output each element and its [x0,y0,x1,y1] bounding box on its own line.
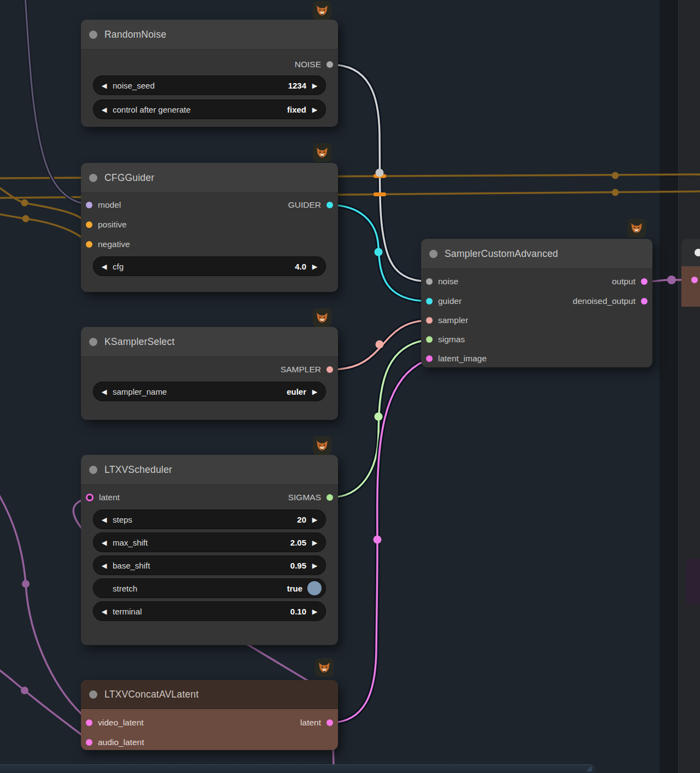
decrement-arrow-icon[interactable]: ◀ [101,561,108,570]
link-dot-sampler[interactable] [376,341,384,349]
output-sampler[interactable]: SAMPLER [276,360,338,379]
node-header[interactable]: CFGGuider [81,163,338,193]
decrement-arrow-icon[interactable]: ◀ [101,81,108,90]
port-dot-noise-in[interactable] [426,278,433,285]
widget-terminal[interactable]: ◀ terminal 0.10 ▶ [93,601,326,621]
input-video-latent[interactable]: video_latent [81,713,149,733]
input-latent[interactable]: latent [81,488,125,507]
node-ltxvscheduler[interactable]: LTXVScheduler latent SIGMAS ◀ steps 20 ▶… [81,455,338,645]
node-title: CFGGuider [104,172,154,184]
port-dot-guider-in[interactable] [426,298,433,304]
output-guider[interactable]: GUIDER [283,195,338,215]
node-ltxvconcatavlatent[interactable]: LTXVConcatAVLatent video_latent audio_la… [81,680,338,750]
port-dot-output[interactable] [641,278,648,285]
port-dot-latent[interactable] [86,494,94,501]
increment-arrow-icon[interactable]: ▶ [311,81,318,90]
link-dot-positive[interactable] [21,200,28,207]
decrement-arrow-icon[interactable]: ◀ [101,607,108,616]
increment-arrow-icon[interactable]: ▶ [311,262,318,271]
widget-max-shift[interactable]: ◀ max_shift 2.05 ▶ [93,532,326,552]
node-title: KSamplerSelect [104,336,174,348]
node-title-dot [89,174,97,182]
increment-arrow-icon[interactable]: ▶ [311,538,318,547]
partial-node-bottom[interactable] [0,764,595,773]
node-graph-canvas[interactable]: RandomNoise NOISE ◀ noise_seed 1234 ▶ ◀ … [0,0,700,773]
decrement-arrow-icon[interactable]: ◀ [101,538,108,547]
output-denoised-output[interactable]: denoised_output [568,291,652,311]
output-sigmas[interactable]: SIGMAS [283,488,338,507]
widget-stretch-toggle[interactable]: stretch true [93,578,326,598]
port-dot-sigmas-in[interactable] [426,336,433,343]
partial-node-bottom-corner [586,766,592,771]
port-dot-denoised-output[interactable] [641,298,648,304]
link-dot-latent-image[interactable] [374,536,382,544]
port-dot-video-latent[interactable] [86,719,92,726]
port-dot-negative[interactable] [86,241,92,248]
decrement-arrow-icon[interactable]: ◀ [101,516,108,524]
widget-cfg[interactable]: ◀ cfg 4.0 ▶ [93,256,326,276]
increment-arrow-icon[interactable]: ▶ [311,607,318,616]
node-header[interactable]: SamplerCustomAdvanced [421,239,652,269]
toggle-knob[interactable] [307,581,322,595]
widget-noise-seed[interactable]: ◀ noise_seed 1234 ▶ [93,75,326,95]
node-header[interactable]: LTXVConcatAVLatent [81,680,338,709]
port-dot-noise[interactable] [326,61,333,68]
input-noise[interactable]: noise [421,272,463,291]
output-output[interactable]: output [607,272,652,291]
increment-arrow-icon[interactable]: ▶ [311,106,318,114]
link-dot-video-latent[interactable] [22,580,30,588]
widget-sampler-name[interactable]: ◀ sampler_name euler ▶ [93,382,326,401]
partial-node-right-port-dot[interactable] [691,277,698,283]
link-dot-sigmas[interactable] [375,413,383,421]
partial-node-right-body[interactable] [681,266,700,307]
node-cfgguider[interactable]: CFGGuider model positive negative GUIDER… [81,163,338,292]
port-dot-latent-image[interactable] [426,355,433,362]
node-samplercustomadvanced[interactable]: SamplerCustomAdvanced noise guider sampl… [421,239,652,367]
input-sampler[interactable]: sampler [421,311,473,330]
increment-arrow-icon[interactable]: ▶ [311,388,318,396]
link-dot-audio-latent[interactable] [21,687,28,694]
widget-base-shift[interactable]: ◀ base_shift 0.95 ▶ [93,555,326,575]
decrement-arrow-icon[interactable]: ◀ [101,106,108,114]
widget-steps[interactable]: ◀ steps 20 ▶ [93,510,326,529]
link-dot-output[interactable] [667,276,676,284]
link-dot-negative[interactable] [22,215,30,222]
input-model[interactable]: model [81,195,126,215]
input-sigmas[interactable]: sigmas [421,330,470,349]
node-header[interactable]: KSamplerSelect [81,327,338,357]
partial-node-right-title-dot [695,249,700,256]
increment-arrow-icon[interactable]: ▶ [311,561,318,570]
wire-positive [0,186,90,225]
port-dot-model[interactable] [86,202,92,208]
decrement-arrow-icon[interactable]: ◀ [101,262,108,271]
port-dot-guider[interactable] [326,202,333,208]
link-dot-guider[interactable] [375,248,383,256]
port-dot-positive[interactable] [86,221,92,228]
input-latent-image[interactable]: latent_image [421,349,492,368]
input-positive[interactable]: positive [81,215,132,235]
node-ksamplerselect[interactable]: KSamplerSelect SAMPLER ◀ sampler_name eu… [81,327,338,420]
link-dot-cond-2[interactable] [612,189,619,196]
wire-audio-latent [0,668,90,741]
input-negative[interactable]: negative [81,235,135,254]
wire-negative [0,214,90,244]
node-header[interactable]: LTXVScheduler [81,455,338,485]
node-randomnoise[interactable]: RandomNoise NOISE ◀ noise_seed 1234 ▶ ◀ … [81,20,338,127]
node-title-dot [89,338,97,346]
decrement-arrow-icon[interactable]: ◀ [101,388,108,396]
port-dot-sampler[interactable] [326,366,333,373]
input-guider[interactable]: guider [421,291,466,311]
link-dot-cond-1[interactable] [612,172,619,179]
fox-badge-icon [313,1,331,20]
increment-arrow-icon[interactable]: ▶ [311,516,318,524]
output-noise[interactable]: NOISE [290,55,338,74]
port-dot-audio-latent[interactable] [86,739,92,746]
input-audio-latent[interactable]: audio_latent [81,733,149,752]
port-dot-latent-out[interactable] [326,719,333,726]
output-latent[interactable]: latent [295,713,338,733]
port-dot-sigmas[interactable] [326,494,333,501]
widget-control-after-generate[interactable]: ◀ control after generate fixed ▶ [93,99,326,119]
link-dot-noise[interactable] [376,169,384,177]
node-header[interactable]: RandomNoise [81,20,338,50]
port-dot-sampler-in[interactable] [426,317,433,324]
